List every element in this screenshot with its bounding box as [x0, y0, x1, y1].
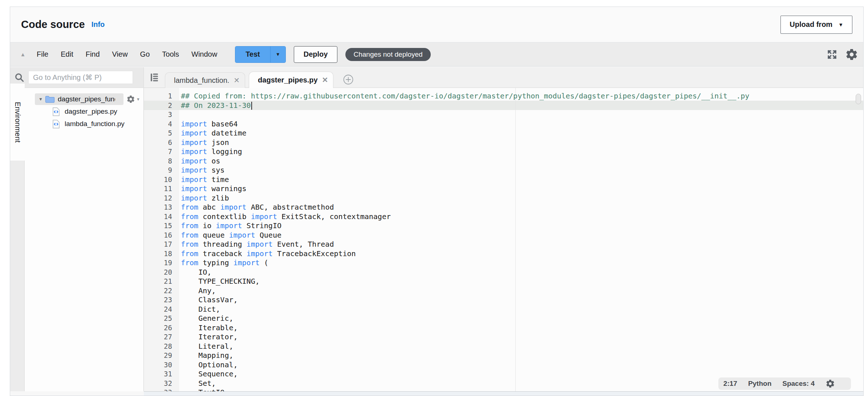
spaces-setting[interactable]: Spaces: 4: [782, 380, 815, 388]
code-line: Literal,: [181, 342, 749, 351]
tree-row-file[interactable]: lambda_function.py: [25, 118, 143, 130]
vertical-scrollbar[interactable]: [856, 94, 861, 104]
code-file-icon: [52, 120, 60, 129]
panel-header: Code source Info Upload from ▼: [10, 7, 863, 42]
code-line: Any,: [181, 286, 749, 296]
folder-name: dagster_pipes_funct: [58, 95, 115, 103]
code-line: from traceback import TracebackException: [181, 249, 749, 259]
code-line: import datetime: [181, 129, 749, 138]
test-button[interactable]: Test: [235, 47, 270, 62]
environment-tab-label: Environment: [13, 102, 22, 142]
caret-down-icon[interactable]: ▼: [136, 97, 140, 101]
code-line: Iterator,: [181, 332, 749, 342]
code-line: import os: [181, 157, 749, 166]
menu-tools[interactable]: Tools: [156, 50, 185, 58]
editor-statusbar: 2:17 Python Spaces: 4: [718, 377, 851, 390]
menu-window[interactable]: Window: [185, 50, 223, 58]
code-source-panel: Code source Info Upload from ▼ ▲ File Ed…: [10, 7, 864, 396]
code-line: from abc import ABC, abstractmethod: [181, 203, 749, 212]
code-line: import logging: [181, 147, 749, 157]
close-icon[interactable]: ✕: [234, 76, 240, 85]
code-line: import time: [181, 175, 749, 185]
code-line: Generic,: [181, 314, 749, 323]
editor-area: lambda_function. ✕ dagster_pipes.py ✕: [144, 67, 863, 396]
editor-menubar: ▲ File Edit Find View Go Tools Window Te…: [10, 42, 863, 66]
tree-row-folder: ▼ dagster_pipes_funct ▼: [25, 93, 143, 105]
upload-from-label: Upload from: [790, 20, 832, 29]
code-line: import sys: [181, 166, 749, 175]
settings-gear-icon[interactable]: [845, 48, 858, 61]
menu-edit[interactable]: Edit: [54, 50, 79, 58]
folder-row-selected[interactable]: ▼ dagster_pipes_funct: [35, 93, 123, 105]
test-button-group: Test ▼: [235, 46, 286, 63]
statusbar-gear-icon[interactable]: [826, 379, 835, 388]
environment-tab[interactable]: Environment: [10, 84, 25, 161]
tree-row-file[interactable]: dagster_pipes.py: [25, 105, 143, 118]
page-title: Code source: [21, 19, 85, 31]
tab-label: lambda_function.: [174, 76, 229, 85]
tab-label: dagster_pipes.py: [258, 76, 318, 84]
editor-tabbar: lambda_function. ✕ dagster_pipes.py ✕: [144, 67, 863, 88]
code-line: ClassVar,: [181, 295, 749, 305]
search-row: [10, 67, 144, 88]
info-link[interactable]: Info: [92, 20, 105, 29]
code-line: [181, 110, 749, 120]
text-cursor: [251, 102, 252, 110]
code-line: Dict,: [181, 305, 749, 314]
code-line: Optional,: [181, 360, 749, 370]
tab-dagster-pipes[interactable]: dagster_pipes.py ✕: [249, 72, 333, 88]
code-content: ## Copied from: https://raw.githubuserco…: [181, 92, 749, 391]
menu-go[interactable]: Go: [134, 50, 156, 58]
code-line: import warnings: [181, 184, 749, 194]
menu-view[interactable]: View: [106, 50, 134, 58]
code-line: from io import StringIO: [181, 221, 749, 231]
code-line: import zlib: [181, 194, 749, 203]
code-line: import base64: [181, 120, 749, 129]
code-line: ## Copied from: https://raw.githubuserco…: [181, 92, 749, 101]
folder-icon: [45, 96, 55, 103]
code-line: TYPE_CHECKING,: [181, 277, 749, 286]
code-line: Iterable,: [181, 323, 749, 333]
code-line: TextIO: [181, 388, 749, 391]
file-name: lambda_function.py: [65, 120, 125, 128]
tree-settings-gear-icon[interactable]: [126, 95, 135, 104]
code-editor-surface[interactable]: 1234567891011121314151617181920212223242…: [144, 88, 863, 391]
collapse-panel-icon[interactable]: ▲: [15, 51, 31, 57]
code-line: import json: [181, 138, 749, 148]
fullscreen-icon[interactable]: [826, 49, 838, 60]
chevron-down-icon[interactable]: ▼: [37, 97, 44, 102]
deploy-status-badge: Changes not deployed: [345, 48, 430, 61]
file-name: dagster_pipes.py: [65, 108, 117, 116]
go-to-anything-input[interactable]: [28, 71, 133, 84]
tabs-container: lambda_function. ✕ dagster_pipes.py ✕: [165, 72, 354, 88]
editor-bottom-strip: [144, 391, 863, 396]
caret-down-icon: ▼: [276, 52, 280, 57]
test-dropdown-button[interactable]: ▼: [270, 47, 285, 62]
code-line: IO,: [181, 268, 749, 277]
code-line: Sequence,: [181, 369, 749, 379]
close-icon[interactable]: ✕: [322, 76, 328, 84]
menu-find[interactable]: Find: [80, 50, 106, 58]
upload-from-button[interactable]: Upload from ▼: [780, 16, 852, 34]
code-line: from contextlib import ExitStack, contex…: [181, 212, 749, 222]
code-line: from threading import Event, Thread: [181, 240, 749, 249]
code-line: Mapping,: [181, 351, 749, 360]
language-mode[interactable]: Python: [748, 380, 771, 388]
search-icon: [14, 72, 25, 83]
code-file-icon: [52, 107, 60, 116]
deploy-button[interactable]: Deploy: [294, 46, 338, 63]
file-tree: ▼ dagster_pipes_funct ▼: [25, 88, 144, 391]
cursor-position[interactable]: 2:17: [723, 380, 737, 388]
caret-down-icon: ▼: [838, 22, 843, 28]
panel-body: Environment ▼ dagster_pipes_funct: [10, 67, 863, 396]
tab-list-icon[interactable]: [149, 72, 160, 83]
code-line: ## On 2023-11-30: [181, 101, 749, 110]
code-line: from typing import (: [181, 258, 749, 268]
menu-file[interactable]: File: [31, 50, 54, 58]
line-numbers: 1234567891011121314151617181920212223242…: [144, 92, 172, 391]
new-tab-plus-icon[interactable]: [343, 74, 354, 85]
code-line: Set,: [181, 379, 749, 388]
code-line: from queue import Queue: [181, 231, 749, 240]
tab-lambda-function[interactable]: lambda_function. ✕: [165, 72, 245, 88]
sidebar-tab-strip: Environment: [10, 88, 25, 391]
